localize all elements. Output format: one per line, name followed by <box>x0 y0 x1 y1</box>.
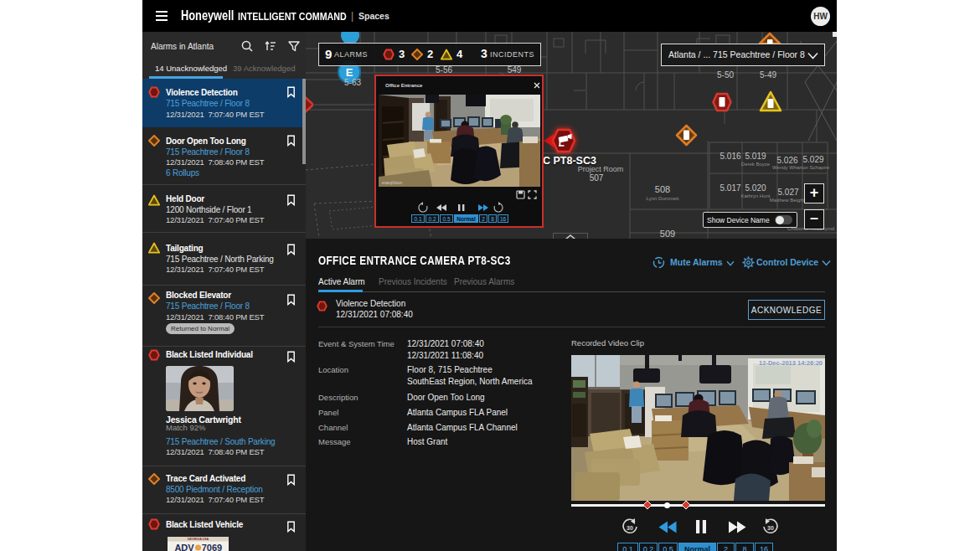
svg-text:ADV: ADV <box>174 543 194 551</box>
svg-text:30: 30 <box>767 525 774 531</box>
svg-text:GEORGIA USA: GEORGIA USA <box>188 538 209 541</box>
svg-text:7069: 7069 <box>202 543 222 551</box>
svg-text:exacqVision: exacqVision <box>382 181 403 185</box>
svg-text:E: E <box>346 66 353 79</box>
svg-text:12-Dec-2013 14:26:20: 12-Dec-2013 14:26:20 <box>759 359 823 367</box>
svg-text:30: 30 <box>627 525 633 531</box>
